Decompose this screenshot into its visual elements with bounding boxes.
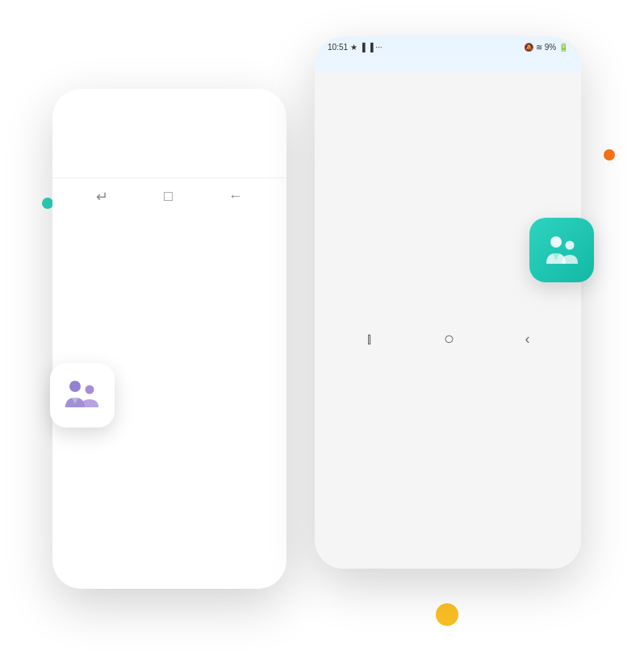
- phone-left: 📷 ☐ ✓ ··· 🔕 ≋ 32% 🔋 11:41 ‹ Activity Rep…: [52, 89, 286, 589]
- status-bar-right: 10:51 ★ ▐ ▐ ··· 🔕 ≋ 9% 🔋: [315, 36, 581, 55]
- nav-recent-icon[interactable]: ←: [228, 188, 243, 589]
- svg-point-3: [566, 241, 575, 250]
- nav-home-icon[interactable]: □: [164, 188, 173, 589]
- status-right-left: 10:51 ★ ▐ ▐ ···: [328, 43, 383, 52]
- decorative-dot-teal: [42, 198, 53, 209]
- nav-menu-icon[interactable]: ⫿: [366, 331, 374, 348]
- nav-home-circle-icon[interactable]: ○: [444, 328, 454, 349]
- status-right-right: 🔕 ≋ 9% 🔋: [524, 43, 568, 52]
- decorative-dot-orange: [604, 149, 615, 161]
- bottom-nav-right: ⫿ ○ ‹: [315, 73, 581, 569]
- svg-point-0: [69, 381, 81, 392]
- family-badge-right: [529, 218, 594, 282]
- nav-back-chevron-icon[interactable]: ‹: [525, 331, 529, 348]
- svg-point-1: [86, 386, 94, 394]
- decorative-dot-yellow: [436, 603, 458, 626]
- family-badge-left: [50, 363, 115, 427]
- svg-point-2: [550, 236, 562, 248]
- phone-right: 10:51 ★ ▐ ▐ ··· 🔕 ≋ 9% 🔋 famisafe Top 5 …: [315, 36, 581, 569]
